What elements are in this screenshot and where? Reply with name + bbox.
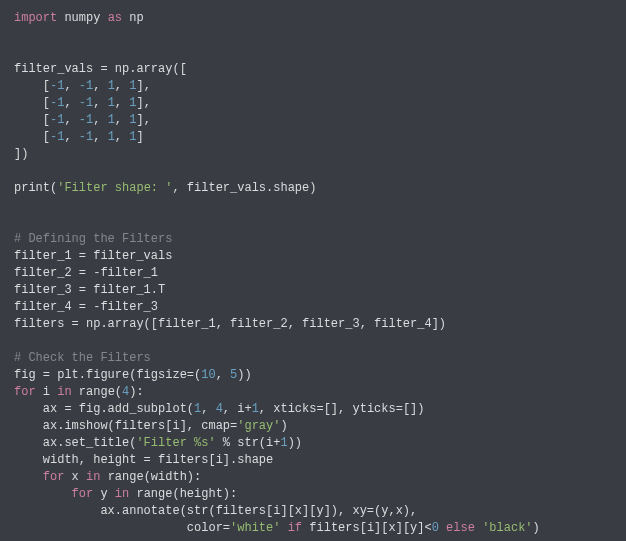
code-token: 4 bbox=[216, 402, 223, 416]
code-token: ], bbox=[136, 96, 150, 110]
code-line: ax.set_title('Filter %s' % str(i+1)) bbox=[14, 435, 612, 452]
code-token: [ bbox=[14, 113, 50, 127]
code-token: -1 bbox=[79, 79, 93, 93]
code-line: filter_3 = filter_1.T bbox=[14, 282, 612, 299]
code-token: -1 bbox=[79, 96, 93, 110]
code-token: x bbox=[64, 470, 86, 484]
code-token: ]) bbox=[14, 147, 28, 161]
code-line: filter_vals = np.array([ bbox=[14, 61, 612, 78]
code-line: fig = plt.figure(figsize=(10, 5)) bbox=[14, 367, 612, 384]
code-token: in bbox=[57, 385, 71, 399]
code-token: -1 bbox=[50, 130, 64, 144]
code-token: in bbox=[115, 487, 129, 501]
code-token: [ bbox=[14, 79, 50, 93]
code-token: 'gray' bbox=[237, 419, 280, 433]
code-line: [-1, -1, 1, 1], bbox=[14, 112, 612, 129]
code-token: for bbox=[14, 385, 36, 399]
code-token: filters[i][x][y]< bbox=[302, 521, 432, 535]
code-line bbox=[14, 333, 612, 350]
code-token: filters = np.array([filter_1, filter_2, … bbox=[14, 317, 446, 331]
code-token: , bbox=[115, 79, 129, 93]
code-token: , bbox=[64, 130, 78, 144]
code-token: # Defining the Filters bbox=[14, 232, 172, 246]
code-token: ax.annotate(str(filters[i][x][y]), xy=(y… bbox=[14, 504, 417, 518]
code-line: [-1, -1, 1, 1] bbox=[14, 129, 612, 146]
code-token: )) bbox=[288, 436, 302, 450]
code-token: np bbox=[122, 11, 144, 25]
code-token: range( bbox=[72, 385, 122, 399]
code-token: filter_vals = np.array([ bbox=[14, 62, 187, 76]
code-token: for bbox=[43, 470, 65, 484]
code-token: import bbox=[14, 11, 57, 25]
code-token bbox=[14, 470, 43, 484]
code-token: ax = fig.add_subplot( bbox=[14, 402, 194, 416]
code-token: 'Filter shape: ' bbox=[57, 181, 172, 195]
code-token: ax.set_title( bbox=[14, 436, 136, 450]
code-token: , bbox=[115, 96, 129, 110]
code-line: filter_1 = filter_vals bbox=[14, 248, 612, 265]
code-token: -1 bbox=[50, 96, 64, 110]
code-token: 0 bbox=[432, 521, 439, 535]
code-line: for i in range(4): bbox=[14, 384, 612, 401]
code-token: in bbox=[86, 470, 100, 484]
code-line: import numpy as np bbox=[14, 10, 612, 27]
code-line: print('Filter shape: ', filter_vals.shap… bbox=[14, 180, 612, 197]
code-line: ax = fig.add_subplot(1, 4, i+1, xticks=[… bbox=[14, 401, 612, 418]
code-token bbox=[280, 521, 287, 535]
code-token: ): bbox=[129, 385, 143, 399]
code-token: ) bbox=[533, 521, 540, 535]
code-token: numpy bbox=[57, 11, 107, 25]
code-token bbox=[14, 487, 72, 501]
code-token: [ bbox=[14, 130, 50, 144]
code-token: filter_2 = -filter_1 bbox=[14, 266, 158, 280]
code-line: filter_2 = -filter_1 bbox=[14, 265, 612, 282]
code-token: i bbox=[36, 385, 58, 399]
code-line: filters = np.array([filter_1, filter_2, … bbox=[14, 316, 612, 333]
code-token: -1 bbox=[79, 130, 93, 144]
code-token: , bbox=[216, 368, 230, 382]
code-token: , bbox=[115, 113, 129, 127]
code-token: , bbox=[93, 79, 107, 93]
code-line: ax.annotate(str(filters[i][x][y]), xy=(y… bbox=[14, 503, 612, 520]
code-line: for y in range(height): bbox=[14, 486, 612, 503]
code-line: # Check the Filters bbox=[14, 350, 612, 367]
code-line bbox=[14, 197, 612, 214]
code-line bbox=[14, 27, 612, 44]
code-token: , bbox=[64, 96, 78, 110]
code-token: 'white' bbox=[230, 521, 280, 535]
code-line bbox=[14, 214, 612, 231]
code-token: , filter_vals.shape) bbox=[172, 181, 316, 195]
code-line: ax.imshow(filters[i], cmap='gray') bbox=[14, 418, 612, 435]
code-line: ]) bbox=[14, 146, 612, 163]
code-token: 1 bbox=[108, 79, 115, 93]
code-token: for bbox=[72, 487, 94, 501]
code-token: 'black' bbox=[482, 521, 532, 535]
code-token: if bbox=[288, 521, 302, 535]
code-line: color='white' if filters[i][x][y]<0 else… bbox=[14, 520, 612, 537]
code-token: 1 bbox=[108, 113, 115, 127]
code-token: range(width): bbox=[100, 470, 201, 484]
code-token: 'Filter %s' bbox=[136, 436, 215, 450]
code-token: , bbox=[64, 113, 78, 127]
code-token: else bbox=[446, 521, 475, 535]
code-token: 10 bbox=[201, 368, 215, 382]
code-line bbox=[14, 163, 612, 180]
code-token: # Check the Filters bbox=[14, 351, 151, 365]
code-token: print( bbox=[14, 181, 57, 195]
code-token: y bbox=[93, 487, 115, 501]
code-block: import numpy as np filter_vals = np.arra… bbox=[0, 0, 626, 541]
code-line: [-1, -1, 1, 1], bbox=[14, 95, 612, 112]
code-token: -1 bbox=[50, 113, 64, 127]
code-token: , bbox=[115, 130, 129, 144]
code-token: , bbox=[64, 79, 78, 93]
code-token: , bbox=[201, 402, 215, 416]
code-token: % str(i+ bbox=[216, 436, 281, 450]
code-token: range(height): bbox=[129, 487, 237, 501]
code-token: ax.imshow(filters[i], cmap= bbox=[14, 419, 237, 433]
code-token: ) bbox=[280, 419, 287, 433]
code-line: for x in range(width): bbox=[14, 469, 612, 486]
code-token: [ bbox=[14, 96, 50, 110]
code-token: ], bbox=[136, 79, 150, 93]
code-token: , bbox=[93, 130, 107, 144]
code-token: -1 bbox=[79, 113, 93, 127]
